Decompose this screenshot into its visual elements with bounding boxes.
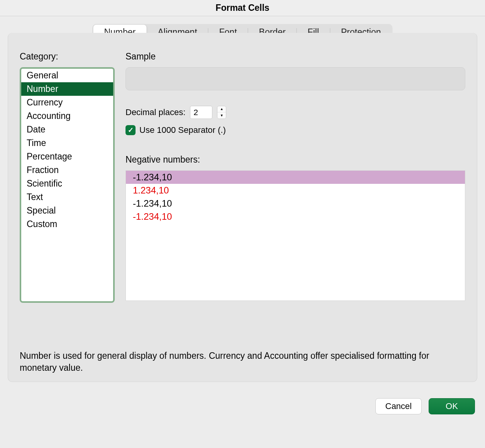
stepper-down-icon[interactable]: ▼ bbox=[217, 112, 226, 119]
checkmark-icon: ✓ bbox=[128, 126, 134, 134]
category-item-scientific[interactable]: Scientific bbox=[21, 177, 113, 190]
category-item-date[interactable]: Date bbox=[21, 123, 113, 136]
ok-button[interactable]: OK bbox=[429, 398, 475, 414]
category-item-currency[interactable]: Currency bbox=[21, 96, 113, 109]
decimal-places-input[interactable] bbox=[190, 106, 212, 119]
dialog-content: NumberAlignmentFontBorderFillProtection … bbox=[0, 16, 485, 419]
category-item-accounting[interactable]: Accounting bbox=[21, 109, 113, 123]
negative-option[interactable]: -1.234,10 bbox=[126, 197, 465, 210]
sample-label: Sample bbox=[125, 51, 465, 62]
sample-preview bbox=[125, 67, 465, 90]
stepper-up-icon[interactable]: ▲ bbox=[217, 106, 226, 112]
decimal-places-label: Decimal places: bbox=[125, 107, 185, 117]
category-item-fraction[interactable]: Fraction bbox=[21, 163, 113, 177]
negative-option[interactable]: -1.234,10 bbox=[126, 210, 465, 223]
category-item-custom[interactable]: Custom bbox=[21, 217, 113, 231]
negative-numbers-listbox[interactable]: -1.234,101.234,10-1.234,10-1.234,10 bbox=[125, 170, 465, 301]
dialog-title: Format Cells bbox=[0, 0, 485, 16]
thousand-separator-label: Use 1000 Separator (.) bbox=[139, 125, 226, 135]
negative-numbers-label: Negative numbers: bbox=[125, 154, 465, 165]
dialog-footer: Cancel OK bbox=[0, 394, 485, 419]
category-item-special[interactable]: Special bbox=[21, 204, 113, 217]
cancel-button[interactable]: Cancel bbox=[375, 398, 422, 414]
thousand-separator-checkbox[interactable]: ✓ bbox=[125, 125, 136, 135]
negative-option[interactable]: -1.234,10 bbox=[126, 171, 465, 184]
decimal-places-stepper[interactable]: ▲ ▼ bbox=[217, 106, 226, 119]
negative-option[interactable]: 1.234,10 bbox=[126, 184, 465, 197]
category-label: Category: bbox=[20, 51, 115, 62]
category-item-text[interactable]: Text bbox=[21, 190, 113, 204]
tab-panel: Category: GeneralNumberCurrencyAccountin… bbox=[8, 33, 477, 382]
category-item-time[interactable]: Time bbox=[21, 136, 113, 150]
category-description: Number is used for general display of nu… bbox=[20, 350, 465, 374]
category-listbox[interactable]: GeneralNumberCurrencyAccountingDateTimeP… bbox=[20, 67, 115, 303]
category-item-percentage[interactable]: Percentage bbox=[21, 150, 113, 163]
category-item-general[interactable]: General bbox=[21, 69, 113, 82]
category-item-number[interactable]: Number bbox=[21, 82, 113, 96]
